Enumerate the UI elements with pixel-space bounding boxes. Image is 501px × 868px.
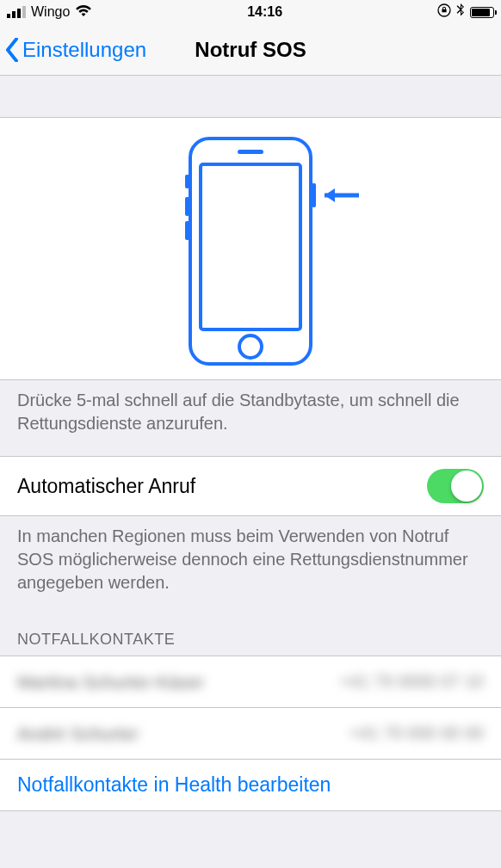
svg-marker-10 (325, 188, 335, 202)
back-label: Einstellungen (22, 38, 146, 62)
auto-call-label: Automatischer Anruf (17, 475, 195, 498)
edit-contacts-link[interactable]: Notfallkontakte in Health bearbeiten (0, 759, 501, 811)
chevron-left-icon (5, 38, 19, 62)
contacts-header: NOTFALLKONTAKTE (0, 610, 501, 656)
phone-side-button-icon (139, 135, 362, 367)
battery-icon (470, 7, 494, 18)
status-time: 14:16 (247, 4, 282, 20)
auto-call-footer: In manchen Regionen muss beim Verwenden … (0, 516, 501, 610)
status-right (437, 3, 494, 21)
back-button[interactable]: Einstellungen (0, 38, 146, 62)
svg-rect-8 (312, 183, 316, 207)
cellular-signal-icon (7, 6, 26, 18)
svg-rect-2 (201, 164, 300, 329)
auto-call-row: Automatischer Anruf (0, 456, 501, 516)
bluetooth-icon (456, 3, 465, 21)
svg-rect-7 (185, 221, 189, 240)
svg-rect-5 (185, 175, 189, 188)
contact-row[interactable]: Martina Schurter-Käser +41 79 0000 07 10 (0, 656, 501, 707)
navigation-bar: Einstellungen Notruf SOS (0, 24, 501, 76)
orientation-lock-icon (437, 3, 451, 21)
carrier-label: Wingo (31, 4, 70, 20)
status-bar: Wingo 14:16 (0, 0, 501, 24)
page-title: Notruf SOS (195, 38, 306, 62)
contact-row[interactable]: André Schurter +41 79 000 00 00 (0, 707, 501, 759)
svg-rect-6 (185, 197, 189, 216)
contact-name: Martina Schurter-Käser (17, 672, 204, 693)
contact-phone: +41 79 0000 07 10 (340, 672, 484, 692)
contact-name: André Schurter (17, 723, 139, 744)
sos-instruction-text: Drücke 5-mal schnell auf die Standbytast… (0, 380, 501, 456)
contact-phone: +41 79 000 00 00 (349, 723, 484, 743)
sos-illustration (0, 117, 501, 380)
status-left: Wingo (7, 4, 92, 20)
svg-rect-3 (238, 150, 263, 154)
auto-call-toggle[interactable] (427, 469, 484, 503)
svg-point-4 (239, 336, 262, 358)
wifi-icon (75, 4, 92, 20)
